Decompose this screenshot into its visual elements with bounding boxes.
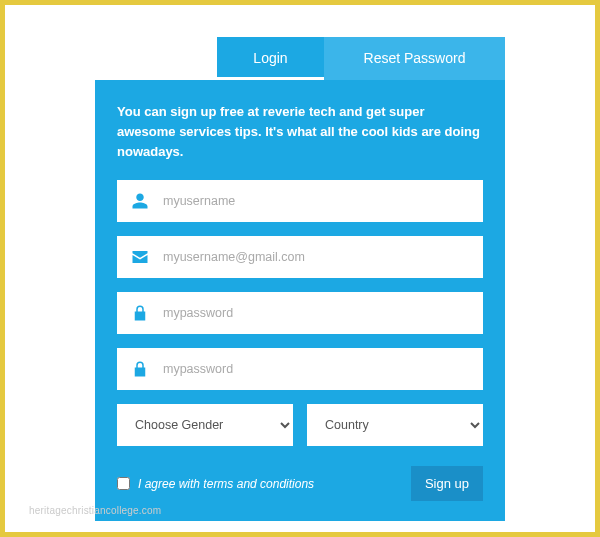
watermark-text: heritagechristiancollege.com (29, 505, 161, 516)
country-select[interactable]: Country (307, 404, 483, 446)
lock-icon (117, 360, 163, 378)
lock-icon (117, 304, 163, 322)
footer-row: I agree with terms and conditions Sign u… (117, 466, 483, 501)
signup-card: You can sign up free at reverie tech and… (95, 80, 505, 521)
password-field (117, 292, 483, 334)
email-field (117, 236, 483, 278)
tab-reset-password[interactable]: Reset Password (324, 37, 505, 80)
email-input[interactable] (163, 236, 483, 278)
username-field (117, 180, 483, 222)
confirm-password-input[interactable] (163, 348, 483, 390)
auth-tabs: Login Reset Password (217, 37, 505, 80)
user-icon (117, 192, 163, 210)
tab-login[interactable]: Login (217, 37, 324, 80)
username-input[interactable] (163, 180, 483, 222)
select-row: Choose Gender Country (117, 404, 483, 446)
gender-select[interactable]: Choose Gender (117, 404, 293, 446)
agree-text: I agree with terms and conditions (138, 477, 314, 491)
agree-checkbox[interactable] (117, 477, 130, 490)
confirm-password-field (117, 348, 483, 390)
envelope-icon (117, 248, 163, 266)
agree-label[interactable]: I agree with terms and conditions (117, 477, 314, 491)
signup-button[interactable]: Sign up (411, 466, 483, 501)
intro-text: You can sign up free at reverie tech and… (117, 102, 483, 162)
password-input[interactable] (163, 292, 483, 334)
